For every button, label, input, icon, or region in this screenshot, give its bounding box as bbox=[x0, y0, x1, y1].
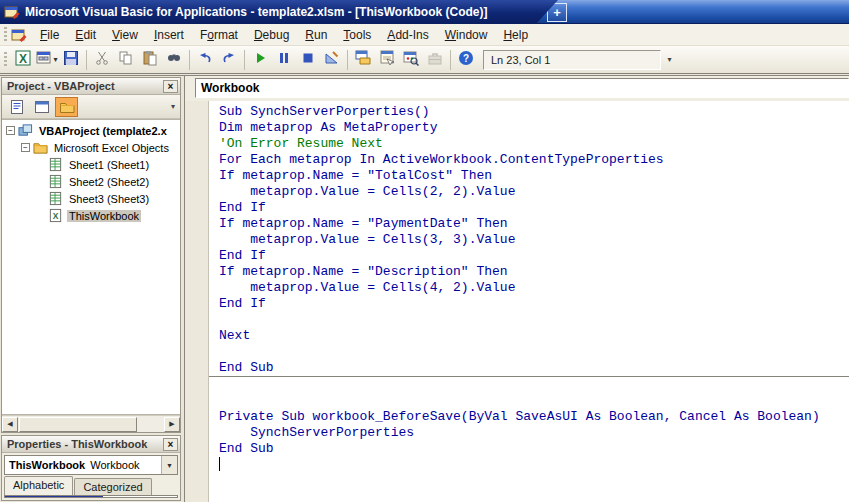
menu-debug[interactable]: Debug bbox=[246, 25, 297, 45]
close-icon[interactable]: × bbox=[163, 80, 178, 93]
view-excel-button[interactable]: X bbox=[11, 49, 35, 71]
undo-button[interactable] bbox=[193, 49, 217, 71]
object-browser-button[interactable] bbox=[399, 49, 423, 71]
insert-userform-button[interactable]: ▾ bbox=[35, 49, 59, 71]
workspace: Project - VBAProject × ▾ −VBAProject (te… bbox=[0, 75, 849, 502]
properties-tabs: Alphabetic Categorized bbox=[2, 476, 180, 495]
view-object-button[interactable] bbox=[30, 97, 53, 117]
run-button[interactable] bbox=[248, 49, 272, 71]
redo-icon bbox=[221, 50, 237, 70]
code-line bbox=[219, 312, 849, 328]
tab-categorized[interactable]: Categorized bbox=[74, 478, 151, 495]
vba-editor-window: + Microsoft Visual Basic for Application… bbox=[0, 0, 849, 502]
properties-panel: Properties - ThisWorkbook × ThisWorkbook… bbox=[1, 435, 181, 501]
sheet-icon bbox=[48, 191, 64, 206]
code-line: Sub SynchServerPorperties() bbox=[219, 104, 849, 120]
properties-grid[interactable] bbox=[4, 495, 178, 498]
menu-run[interactable]: Run bbox=[297, 25, 335, 45]
menu-file[interactable]: File bbox=[32, 25, 67, 45]
menu-add-ins[interactable]: Add-Ins bbox=[379, 25, 436, 45]
code-line: 'On Error Resume Next bbox=[219, 136, 849, 152]
code-line bbox=[219, 377, 849, 393]
design-mode-button[interactable] bbox=[320, 49, 344, 71]
code-editor-area[interactable]: Sub SynchServerPorperties()Dim metaprop … bbox=[209, 101, 849, 502]
properties-window-icon bbox=[379, 50, 395, 70]
view-code-button[interactable] bbox=[5, 97, 28, 117]
project-explorer-panel: Project - VBAProject × ▾ −VBAProject (te… bbox=[1, 77, 181, 433]
scroll-right-icon[interactable]: ▶ bbox=[164, 417, 180, 432]
app-icon bbox=[4, 4, 20, 20]
object-browser-icon bbox=[403, 50, 419, 70]
toolbar-overflow-button[interactable]: ▾ bbox=[663, 49, 676, 71]
menu-edit[interactable]: Edit bbox=[67, 25, 104, 45]
paste-button[interactable] bbox=[138, 49, 162, 71]
menu-help[interactable]: Help bbox=[495, 25, 536, 45]
tree-item-thisworkbook[interactable]: XThisWorkbook bbox=[2, 207, 180, 224]
menubar-gripper[interactable] bbox=[4, 27, 7, 42]
workbook-icon: X bbox=[48, 208, 64, 223]
tree-item-label: Microsoft Excel Objects bbox=[52, 142, 171, 154]
svg-text:?: ? bbox=[463, 53, 469, 64]
scrollbar-thumb[interactable] bbox=[19, 417, 137, 432]
cut-button[interactable] bbox=[90, 49, 114, 71]
window-title: Microsoft Visual Basic for Applications … bbox=[25, 5, 488, 19]
tree-item-sheet3-sheet3[interactable]: Sheet3 (Sheet3) bbox=[2, 190, 180, 207]
code-body: Sub SynchServerPorperties()Dim metaprop … bbox=[185, 101, 849, 502]
title-bar-main: Microsoft Visual Basic for Applications … bbox=[0, 0, 558, 24]
tree-item-label: Sheet1 (Sheet1) bbox=[67, 159, 151, 171]
chevron-down-icon[interactable]: ▼ bbox=[161, 456, 177, 474]
design-icon bbox=[324, 50, 340, 70]
tree-item-label: ThisWorkbook bbox=[67, 210, 141, 222]
reset-button[interactable] bbox=[296, 49, 320, 71]
excel-icon: X bbox=[15, 50, 31, 70]
tree-item-sheet2-sheet2[interactable]: Sheet2 (Sheet2) bbox=[2, 173, 180, 190]
tree-item-microsoft-excel-objects[interactable]: −Microsoft Excel Objects bbox=[2, 139, 180, 156]
project-panel-header: Project - VBAProject × bbox=[2, 78, 180, 95]
properties-object-dropdown[interactable]: ThisWorkbook Workbook ▼ bbox=[4, 455, 178, 475]
object-dropdown[interactable]: Workbook bbox=[195, 78, 849, 98]
menu-view[interactable]: View bbox=[104, 25, 146, 45]
code-line bbox=[219, 344, 849, 360]
code-line: End If bbox=[219, 248, 849, 264]
project-explorer-button[interactable] bbox=[351, 49, 375, 71]
margin-indicator-bar[interactable] bbox=[185, 101, 209, 502]
toggle-folders-button[interactable] bbox=[55, 97, 78, 117]
text-caret bbox=[219, 457, 220, 471]
tree-item-sheet1-sheet1[interactable]: Sheet1 (Sheet1) bbox=[2, 156, 180, 173]
break-icon bbox=[276, 50, 292, 70]
expander-minus-icon[interactable]: − bbox=[21, 143, 30, 152]
expander-minus-icon[interactable]: − bbox=[6, 126, 15, 135]
copy-button[interactable] bbox=[114, 49, 138, 71]
project-toolbar-overflow-button[interactable]: ▾ bbox=[171, 102, 177, 111]
tree-item-label: Sheet2 (Sheet2) bbox=[67, 176, 151, 188]
menu-window[interactable]: Window bbox=[437, 25, 496, 45]
run-icon bbox=[252, 50, 268, 70]
scroll-left-icon[interactable]: ◀ bbox=[2, 417, 18, 432]
break-button[interactable] bbox=[272, 49, 296, 71]
help-icon: ? bbox=[458, 50, 474, 70]
project-icon bbox=[18, 123, 34, 138]
title-bar: + Microsoft Visual Basic for Application… bbox=[0, 0, 849, 24]
properties-window-button[interactable] bbox=[375, 49, 399, 71]
toolbox-button[interactable] bbox=[423, 49, 447, 71]
menu-tools[interactable]: Tools bbox=[335, 25, 379, 45]
tree-item-vbaproject-template2-x[interactable]: −VBAProject (template2.x bbox=[2, 122, 180, 139]
code-combo-row: Workbook bbox=[185, 76, 849, 101]
tab-alphabetic[interactable]: Alphabetic bbox=[4, 476, 73, 495]
toolbar-gripper[interactable] bbox=[4, 52, 7, 67]
project-horizontal-scrollbar[interactable]: ◀ ▶ bbox=[2, 415, 180, 432]
code-line: Dim metaprop As MetaProperty bbox=[219, 120, 849, 136]
code-line bbox=[219, 457, 849, 473]
toolbar-items: X▾? bbox=[11, 49, 478, 71]
menu-insert[interactable]: Insert bbox=[146, 25, 192, 45]
sheet-icon bbox=[48, 157, 64, 172]
code-line: SynchServerPorperties bbox=[219, 425, 849, 441]
chevron-down-icon[interactable]: ▾ bbox=[53, 55, 57, 64]
redo-button[interactable] bbox=[217, 49, 241, 71]
menu-format[interactable]: Format bbox=[192, 25, 246, 45]
properties-object-name: ThisWorkbook bbox=[9, 459, 85, 471]
find-button[interactable] bbox=[162, 49, 186, 71]
close-icon[interactable]: × bbox=[163, 438, 178, 451]
save-button[interactable] bbox=[59, 49, 83, 71]
help-button[interactable]: ? bbox=[454, 49, 478, 71]
